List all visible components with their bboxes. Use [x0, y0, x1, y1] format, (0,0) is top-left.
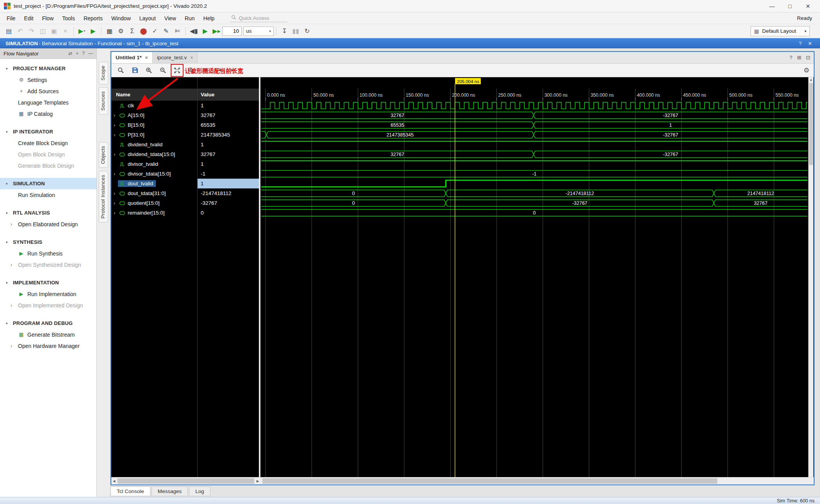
wave-name-row-a-15-0[interactable]: ›A[15:0]: [111, 110, 197, 120]
menu-window[interactable]: Window: [107, 14, 135, 23]
wave-value-row-a-15-0[interactable]: 32767: [198, 110, 259, 120]
names-horizontal-scrollbar[interactable]: ◀ ▶: [111, 477, 260, 484]
wave-name-row-divisor-tvalid[interactable]: divisor_tvalid: [111, 159, 197, 169]
banner-close-icon[interactable]: ✕: [808, 41, 812, 46]
wave-value-row-dividend-tvalid[interactable]: 1: [198, 140, 259, 149]
canvas-horizontal-scrollbar[interactable]: [260, 477, 808, 484]
expand-chevron-icon[interactable]: ›: [11, 221, 15, 227]
help-icon[interactable]: ?: [82, 51, 85, 56]
wave-name-row-clk[interactable]: clk: [111, 101, 197, 110]
sidebar-item-language-templates[interactable]: Language Templates: [0, 97, 96, 108]
sidebar-item-run-implementation[interactable]: ▶Run Implementation: [0, 288, 96, 300]
wave-value-row-dout-tdata-31-0[interactable]: -2147418112: [198, 188, 259, 198]
save-project-icon[interactable]: ▤: [3, 26, 14, 37]
expand-chevron-icon[interactable]: ›: [11, 302, 15, 308]
doc-tab-ipcore-test-v[interactable]: ipcore_test.v×: [153, 52, 198, 63]
wave-name-row-quotient-15-0[interactable]: ›quotient[15:0]: [111, 198, 197, 208]
wave-name-row-divisor-tdata-15-0[interactable]: ›divisor_tdata[15:0]: [111, 169, 197, 179]
flow-section-rtl-analysis[interactable]: ▾RTL ANALYSIS: [0, 207, 96, 218]
expand-chevron-icon[interactable]: ›: [111, 151, 118, 157]
close-button[interactable]: ✕: [800, 1, 816, 11]
flow-section-project-manager[interactable]: ▾PROJECT MANAGER: [0, 63, 96, 74]
wave-name-row-dividend-tvalid[interactable]: dividend_tvalid: [111, 140, 197, 149]
wave-value-row-divisor-tdata-15-0[interactable]: -1: [198, 169, 259, 179]
time-unit-select[interactable]: us▾: [243, 27, 274, 36]
minimize-panel-icon[interactable]: —: [88, 51, 93, 56]
cut-icon[interactable]: ✄: [172, 26, 183, 37]
expand-chevron-icon[interactable]: ›: [111, 132, 118, 138]
relaunch-icon[interactable]: ↻: [301, 26, 313, 37]
expand-chevron-icon[interactable]: ›: [111, 171, 118, 177]
expand-chevron-icon[interactable]: ›: [111, 200, 118, 206]
waveform-canvas[interactable]: 0.000 ns50.000 ns100.000 ns150.000 ns200…: [260, 77, 808, 477]
menu-run[interactable]: Run: [180, 14, 199, 23]
side-tab-objects[interactable]: Objects: [99, 142, 108, 168]
minimize-button[interactable]: —: [764, 1, 780, 11]
expand-icon[interactable]: +: [76, 51, 78, 56]
help-icon[interactable]: ?: [790, 55, 792, 60]
sidebar-item-generate-bitstream[interactable]: ▦Generate Bitstream: [0, 329, 96, 340]
wave-name-row-dividend-tdata-15-0[interactable]: ›dividend_tdata[15:0]: [111, 149, 197, 159]
maximize-window-icon[interactable]: ⊡: [806, 55, 810, 60]
break-icon[interactable]: ▮▮: [290, 26, 301, 37]
zoom-fit-icon[interactable]: [172, 65, 182, 76]
run-all-icon[interactable]: ▶: [200, 26, 211, 37]
expand-chevron-icon[interactable]: ›: [11, 343, 15, 349]
settings-gear-icon[interactable]: ⚙: [115, 26, 127, 37]
close-icon[interactable]: ×: [145, 55, 148, 60]
side-tab-protocol-instances[interactable]: Protocol Instances: [99, 171, 108, 222]
wave-name-row-p-31-0[interactable]: ›P[31:0]: [111, 130, 197, 140]
copy-icon[interactable]: ◫: [37, 26, 48, 37]
wave-value-row-remainder-15-0[interactable]: 0: [198, 208, 259, 218]
quick-access-search[interactable]: Quick Access: [230, 14, 287, 22]
expand-chevron-icon[interactable]: ›: [111, 210, 118, 216]
menu-help[interactable]: Help: [199, 14, 219, 23]
scroll-right-icon[interactable]: ▶: [255, 477, 260, 484]
menu-edit[interactable]: Edit: [20, 14, 38, 23]
wave-settings-gear-icon[interactable]: ⚙: [804, 66, 809, 75]
sidebar-item-settings[interactable]: ⚙Settings: [0, 74, 96, 85]
console-tab-messages[interactable]: Messages: [152, 486, 188, 496]
run-button-icon[interactable]: ▶▾: [76, 26, 87, 37]
save-wave-icon[interactable]: [130, 65, 140, 76]
banner-help-icon[interactable]: ?: [799, 41, 802, 46]
side-tab-scope[interactable]: Scope: [99, 62, 108, 84]
menu-tools[interactable]: Tools: [58, 14, 79, 23]
menu-file[interactable]: File: [2, 14, 20, 23]
wave-value-row-dout-tvalid[interactable]: 1: [198, 179, 259, 188]
wave-name-row-b-15-0[interactable]: ›B[15:0]: [111, 120, 197, 130]
collapse-all-icon[interactable]: ⇄: [68, 51, 72, 56]
float-window-icon[interactable]: ⊞: [797, 55, 801, 60]
flow-section-ip-integrator[interactable]: ▾IP INTEGRATOR: [0, 126, 96, 137]
wave-value-row-clk[interactable]: 1: [198, 101, 259, 110]
paste-icon[interactable]: ▣: [48, 26, 60, 37]
redo-icon[interactable]: ↷: [26, 26, 37, 37]
run-time-input[interactable]: [222, 27, 242, 36]
verify-icon[interactable]: ✓: [149, 26, 160, 37]
scroll-up-icon[interactable]: ▲: [809, 77, 813, 82]
sidebar-item-create-block-design[interactable]: Create Block Design: [0, 137, 96, 149]
close-icon[interactable]: ×: [190, 55, 193, 60]
layout-selector[interactable]: ▦Default Layout▾: [750, 26, 810, 36]
run-for-time-icon[interactable]: ▶▸: [211, 26, 222, 37]
expand-chevron-icon[interactable]: ›: [111, 122, 118, 128]
sidebar-item-generate-block-design[interactable]: Generate Block Design: [0, 160, 96, 171]
menu-reports[interactable]: Reports: [79, 14, 107, 23]
find-icon[interactable]: [116, 65, 126, 76]
zoom-in-icon[interactable]: [144, 65, 154, 76]
sidebar-item-open-hardware-manager[interactable]: ›Open Hardware Manager: [0, 340, 96, 351]
undo-icon[interactable]: ↶: [14, 26, 26, 37]
sidebar-item-open-block-design[interactable]: Open Block Design: [0, 149, 96, 160]
menu-flow[interactable]: Flow: [38, 14, 58, 23]
sidebar-item-open-implemented-design[interactable]: ›Open Implemented Design: [0, 300, 96, 311]
sidebar-item-run-synthesis[interactable]: ▶Run Synthesis: [0, 248, 96, 259]
vertical-scroll-thumb[interactable]: [809, 83, 813, 165]
menu-view[interactable]: View: [160, 14, 180, 23]
scroll-left-icon[interactable]: ◀: [111, 477, 117, 484]
sidebar-item-open-synthesized-design[interactable]: ›Open Synthesized Design: [0, 259, 96, 270]
expand-chevron-icon[interactable]: ›: [111, 112, 118, 118]
wave-value-row-dividend-tdata-15-0[interactable]: 32767: [198, 149, 259, 159]
sidebar-item-add-sources[interactable]: +Add Sources: [0, 85, 96, 97]
doc-tab-untitled-1[interactable]: Untitled 1*×: [111, 52, 153, 63]
flow-section-synthesis[interactable]: ▾SYNTHESIS: [0, 236, 96, 248]
